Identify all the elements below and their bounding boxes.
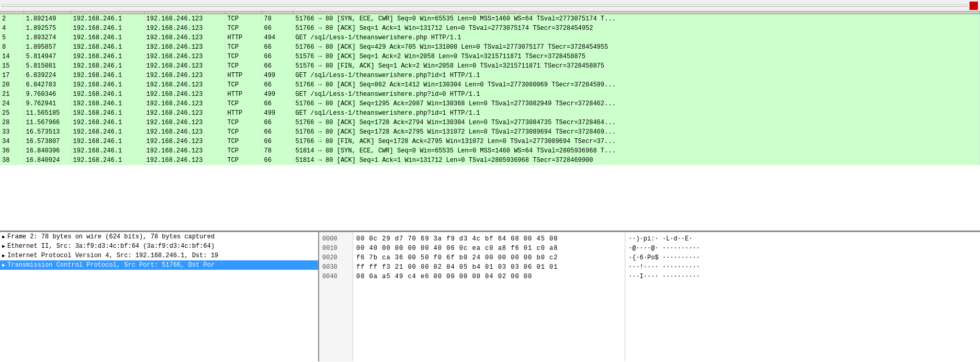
cell-protocol: HTTP (225, 33, 262, 42)
table-row[interactable]: 24 9.762941 192.168.246.1 192.168.246.12… (0, 99, 980, 108)
packet-tbody: 2 1.892149 192.168.246.1 192.168.246.123… (0, 14, 980, 165)
cell-destination: 192.168.246.123 (144, 99, 225, 108)
cell-destination: 192.168.246.123 (144, 52, 225, 61)
cell-time: 5.814947 (24, 52, 71, 61)
table-row[interactable]: 38 16.840924 192.168.246.1 192.168.246.1… (0, 156, 980, 165)
cell-protocol: TCP (225, 137, 262, 146)
cell-no: 14 (0, 52, 24, 61)
detail-row[interactable]: ▶Internet Protocol Version 4, Src: 192.1… (0, 251, 318, 260)
cell-info: 51766 → 80 [FIN, ACK] Seq=1728 Ack=2795 … (293, 137, 980, 146)
cell-protocol: TCP (225, 99, 262, 108)
table-row[interactable]: 15 5.815081 192.168.246.1 192.168.246.12… (0, 61, 980, 71)
cell-destination: 192.168.246.123 (144, 42, 225, 52)
table-row[interactable]: 36 16.840396 192.168.246.1 192.168.246.1… (0, 146, 980, 156)
cell-destination: 192.168.246.123 (144, 80, 225, 90)
cell-destination: 192.168.246.123 (144, 118, 225, 127)
cell-source: 192.168.246.1 (71, 14, 144, 24)
ascii-line: ···I···· ·········· (628, 272, 977, 281)
ascii-line: ·{·6·Po$ ·········· (628, 253, 977, 262)
cell-time: 16.840924 (24, 156, 71, 165)
cell-no: 28 (0, 118, 24, 127)
detail-text: Ethernet II, Src: 3a:f9:d3:4c:bf:64 (3a:… (7, 243, 215, 250)
cell-length: 66 (262, 118, 293, 127)
cell-info: 51766 → 80 [ACK] Seq=1 Ack=1 Win=131712 … (293, 24, 980, 33)
cell-length: 499 (262, 108, 293, 118)
table-row[interactable]: 21 9.760346 192.168.246.1 192.168.246.12… (0, 90, 980, 99)
table-row[interactable]: 28 11.567966 192.168.246.1 192.168.246.1… (0, 118, 980, 127)
detail-text: Transmission Control Protocol, Src Port:… (7, 261, 215, 269)
hex-offset: 0000 (320, 234, 352, 244)
cell-info: 51766 → 80 [ACK] Seq=862 Ack=1412 Win=13… (293, 80, 980, 90)
cell-source: 192.168.246.1 (71, 52, 144, 61)
cell-length: 499 (262, 90, 293, 99)
table-row[interactable]: 25 11.565185 192.168.246.1 192.168.246.1… (0, 108, 980, 118)
cell-no: 24 (0, 99, 24, 108)
cell-protocol: HTTP (225, 108, 262, 118)
cell-info: GET /sql/Less-1/theanswerishere.php HTTP… (293, 33, 980, 42)
detail-text: Internet Protocol Version 4, Src: 192.16… (7, 252, 218, 259)
cell-destination: 192.168.246.123 (144, 127, 225, 137)
table-row[interactable]: 20 6.842783 192.168.246.1 192.168.246.12… (0, 80, 980, 90)
table-row[interactable]: 34 16.573807 192.168.246.1 192.168.246.1… (0, 137, 980, 146)
cell-length: 78 (262, 14, 293, 24)
cell-time: 1.893274 (24, 33, 71, 42)
ascii-line: ···!···· ·········· (628, 262, 977, 272)
ascii-line: ··)·pi:· ·L·d··E· (628, 234, 977, 244)
detail-row[interactable]: ▶Ethernet II, Src: 3a:f9:d3:4c:bf:64 (3a… (0, 242, 318, 251)
ascii-line: ·@····@· ·········· (628, 244, 977, 253)
cell-info: 51814 → 80 [ACK] Seq=1 Ack=1 Win=131712 … (293, 156, 980, 165)
cell-source: 192.168.246.1 (71, 61, 144, 71)
cell-time: 1.892575 (24, 24, 71, 33)
cell-destination: 192.168.246.123 (144, 14, 225, 24)
cell-source: 192.168.246.1 (71, 127, 144, 137)
cell-time: 5.815081 (24, 61, 71, 71)
cell-info: 51576 → 80 [FIN, ACK] Seq=1 Ack=2 Win=20… (293, 61, 980, 71)
hex-offset: 0020 (320, 253, 352, 262)
detail-row[interactable]: ▶Transmission Control Protocol, Src Port… (0, 260, 318, 270)
cell-length: 66 (262, 137, 293, 146)
hex-line: 00 40 00 00 00 00 40 06 0c ea c0 a8 f6 0… (356, 244, 622, 253)
cell-protocol: TCP (225, 61, 262, 71)
cell-protocol: HTTP (225, 71, 262, 80)
table-row[interactable]: 17 6.839224 192.168.246.1 192.168.246.12… (0, 71, 980, 80)
cell-source: 192.168.246.1 (71, 42, 144, 52)
cell-info: 51766 → 80 [ACK] Seq=1728 Ack=2794 Win=1… (293, 118, 980, 127)
hex-offset: 0040 (320, 272, 352, 281)
hex-offset: 0010 (320, 244, 352, 253)
table-row[interactable]: 4 1.892575 192.168.246.1 192.168.246.123… (0, 24, 980, 33)
expand-arrow: ▶ (2, 253, 5, 259)
detail-rows-container: ▶Frame 2: 78 bytes on wire (624 bits), 7… (0, 232, 318, 270)
cell-length: 66 (262, 61, 293, 71)
cell-info: 51766 → 80 [ACK] Seq=1295 Ack=2087 Win=1… (293, 99, 980, 108)
cell-destination: 192.168.246.123 (144, 61, 225, 71)
cell-source: 192.168.246.1 (71, 137, 144, 146)
cell-no: 33 (0, 127, 24, 137)
hex-line: f6 7b ca 36 00 50 f0 6f b0 24 00 00 00 0… (356, 253, 622, 262)
cell-no: 25 (0, 108, 24, 118)
cell-protocol: TCP (225, 127, 262, 137)
cell-info: 51576 → 80 [ACK] Seq=1 Ack=2 Win=2058 Le… (293, 52, 980, 61)
expand-arrow: ▶ (2, 243, 5, 249)
table-row[interactable]: 33 16.573513 192.168.246.1 192.168.246.1… (0, 127, 980, 137)
hex-line: 08 0a a5 49 c4 e6 00 00 00 00 04 02 00 0… (356, 272, 622, 281)
cell-length: 66 (262, 80, 293, 90)
cell-time: 9.760346 (24, 90, 71, 99)
filter-close-button[interactable] (970, 2, 978, 10)
cell-no: 4 (0, 24, 24, 33)
table-row[interactable]: 8 1.895857 192.168.246.1 192.168.246.123… (0, 42, 980, 52)
cell-time: 16.573807 (24, 137, 71, 146)
filter-text (2, 5, 967, 7)
table-row[interactable]: 14 5.814947 192.168.246.1 192.168.246.12… (0, 52, 980, 61)
cell-length: 66 (262, 99, 293, 108)
packet-table: 2 1.892149 192.168.246.1 192.168.246.123… (0, 12, 980, 165)
hex-offset: 0030 (320, 262, 352, 272)
table-row[interactable]: 2 1.892149 192.168.246.1 192.168.246.123… (0, 14, 980, 24)
cell-info: 51814 → 80 [SYN, ECE, CWR] Seq=0 Win=655… (293, 146, 980, 156)
detail-row[interactable]: ▶Frame 2: 78 bytes on wire (624 bits), 7… (0, 232, 318, 242)
cell-time: 6.842783 (24, 80, 71, 90)
table-row[interactable]: 5 1.893274 192.168.246.1 192.168.246.123… (0, 33, 980, 42)
bottom-panel: ▶Frame 2: 78 bytes on wire (624 bits), 7… (0, 232, 980, 361)
cell-time: 16.573513 (24, 127, 71, 137)
cell-destination: 192.168.246.123 (144, 146, 225, 156)
hex-dump: 00 0c 29 d7 70 69 3a f9 d3 4c bf 64 08 0… (353, 232, 625, 361)
